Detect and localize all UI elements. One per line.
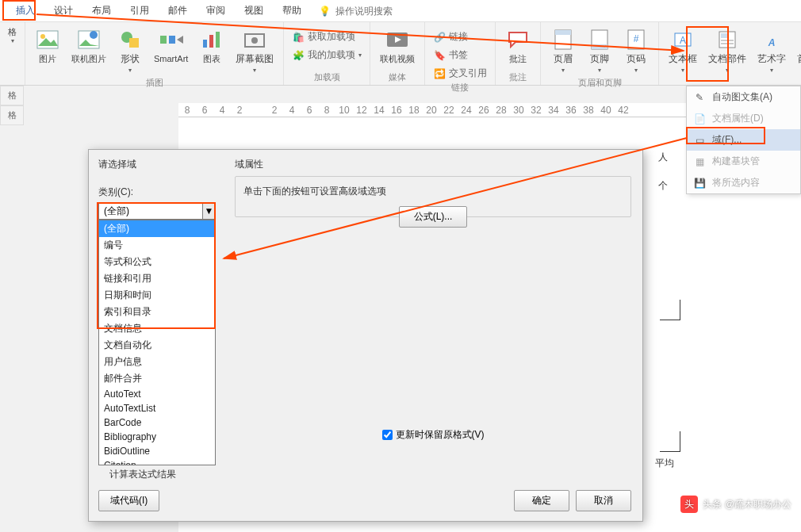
link-icon: 🔗 <box>433 31 446 44</box>
tab-design[interactable]: 设计 <box>44 0 82 22</box>
svg-rect-8 <box>203 40 207 48</box>
dialog-right-title: 域属性 <box>235 158 631 171</box>
shapes-icon <box>117 27 143 52</box>
link-button[interactable]: 🔗链接 <box>430 29 490 45</box>
tab-insert[interactable]: 插入 <box>6 0 44 22</box>
store-icon: 🛍️ <box>292 31 305 44</box>
left-cell-1[interactable]: 格 <box>0 86 24 105</box>
doc-corner-1 <box>660 300 680 320</box>
ribbon-toolbar: 格▾ 图片 联机图片 形状▾ SmartArt 图表 屏幕截图▾ 插图 🛍️获取… <box>0 22 801 86</box>
shapes-button[interactable]: 形状▾ <box>113 25 148 77</box>
dialog-left-title: 请选择域 <box>98 158 216 171</box>
category-combo[interactable]: (全部) ▼ (全部)编号等式和公式链接和引用日期和时间索引和目录文档信息文档自… <box>98 202 216 220</box>
ribbon-tabs: 插入 设计 布局 引用 邮件 审阅 视图 帮助 💡 <box>0 0 801 22</box>
tab-view[interactable]: 视图 <box>235 0 273 22</box>
online-picture-icon <box>76 27 102 52</box>
group-label-links: 链接 <box>451 82 469 95</box>
category-option[interactable]: BarCode <box>99 415 215 430</box>
category-option[interactable]: 链接和引用 <box>99 270 215 287</box>
doc-text-1: 人 <box>658 151 668 164</box>
field-codes-button[interactable]: 域代码(I) <box>98 490 159 511</box>
category-option[interactable]: 等式和公式 <box>99 254 215 270</box>
watermark-icon: 头 <box>680 496 698 513</box>
bookmark-button[interactable]: 🔖书签 <box>430 47 490 63</box>
left-cell-2[interactable]: 格 <box>0 105 24 125</box>
category-option[interactable]: BidiOutline <box>99 444 215 458</box>
pictures-button[interactable]: 图片 <box>30 25 65 66</box>
menu-field[interactable]: ▭域(F)... <box>687 129 800 151</box>
category-option[interactable]: AutoText <box>99 387 215 401</box>
get-addins-button[interactable]: 🛍️获取加载项 <box>289 29 365 45</box>
svg-text:A: A <box>680 35 686 46</box>
category-option[interactable]: 编号 <box>99 237 215 254</box>
ok-button[interactable]: 确定 <box>514 490 569 511</box>
category-option[interactable]: 邮件合并 <box>99 370 215 387</box>
category-option[interactable]: 索引和目录 <box>99 304 215 320</box>
tell-me-search[interactable]: 💡 <box>311 1 423 21</box>
svg-rect-6 <box>160 36 167 44</box>
left-column: 格 格 <box>0 86 24 125</box>
comment-button[interactable]: 批注 <box>500 25 535 66</box>
tab-help[interactable]: 帮助 <box>273 0 311 22</box>
category-option[interactable]: 日期和时间 <box>99 287 215 304</box>
svg-text:#: # <box>634 33 639 44</box>
field-dialog: 请选择域 类别(C): (全部) ▼ (全部)编号等式和公式链接和引用日期和时间… <box>88 149 643 522</box>
wordart-icon: A <box>759 27 784 52</box>
autotext-icon: ✎ <box>693 91 706 104</box>
crossref-button[interactable]: 🔁交叉引用 <box>430 65 490 82</box>
svg-rect-24 <box>721 40 734 41</box>
tab-review[interactable]: 审阅 <box>197 0 235 22</box>
category-option[interactable]: Citation <box>99 458 215 465</box>
smartart-icon <box>159 27 184 52</box>
addins-icon: 🧩 <box>292 49 305 62</box>
menu-autotext[interactable]: ✎自动图文集(A) <box>687 86 800 108</box>
chevron-down-icon[interactable]: ▼ <box>202 203 215 219</box>
category-option[interactable]: AutoTextList <box>99 401 215 415</box>
tab-reference[interactable]: 引用 <box>121 0 159 22</box>
category-list[interactable]: (全部)编号等式和公式链接和引用日期和时间索引和目录文档信息文档自动化用户信息邮… <box>98 220 216 465</box>
category-option[interactable]: Bibliography <box>99 430 215 444</box>
wordart-button[interactable]: A艺术字▾ <box>753 25 791 77</box>
category-option[interactable]: 用户信息 <box>99 354 215 370</box>
svg-rect-17 <box>592 44 607 49</box>
svg-text:A: A <box>768 37 776 48</box>
preserve-format-checkbox[interactable] <box>382 430 393 440</box>
doc-text-2: 个 <box>658 179 668 193</box>
svg-rect-7 <box>169 36 175 44</box>
cancel-button[interactable]: 取消 <box>576 490 631 511</box>
svg-point-1 <box>40 34 45 39</box>
crossref-icon: 🔁 <box>433 67 446 80</box>
smartart-button[interactable]: SmartArt <box>149 25 193 66</box>
doc-text-3: 平均 <box>655 457 674 470</box>
header-icon <box>550 27 576 52</box>
category-option[interactable]: 文档信息 <box>99 320 215 337</box>
svg-rect-15 <box>555 30 571 35</box>
tab-mail[interactable]: 邮件 <box>159 0 197 22</box>
category-option[interactable]: (全部) <box>99 220 215 237</box>
quickparts-icon <box>715 27 740 52</box>
dropcap-button[interactable]: A首字下沉▾ <box>792 25 801 77</box>
quickparts-menu: ✎自动图文集(A) 📄文档属性(D) ▭域(F)... ▦构建基块管 💾将所选内… <box>686 86 801 194</box>
online-video-button[interactable]: 联机视频 <box>375 25 420 66</box>
quickparts-button[interactable]: 文档部件▾ <box>703 25 751 77</box>
svg-rect-25 <box>721 43 734 44</box>
formula-button[interactable]: 公式(L)... <box>399 206 468 228</box>
category-option[interactable]: 文档自动化 <box>99 337 215 354</box>
textbox-button[interactable]: A文本框▾ <box>664 25 702 77</box>
comment-icon <box>505 27 531 52</box>
tab-layout[interactable]: 布局 <box>82 0 121 22</box>
online-pictures-button[interactable]: 联机图片 <box>67 25 111 66</box>
lightbulb-icon: 💡 <box>319 6 331 17</box>
bookmark-icon: 🔖 <box>433 49 446 62</box>
screenshot-button[interactable]: 屏幕截图▾ <box>231 25 278 77</box>
field-icon: ▭ <box>693 134 706 147</box>
pagenum-button[interactable]: #页码▾ <box>619 25 653 77</box>
search-input[interactable] <box>335 6 415 17</box>
menu-docprops: 📄文档属性(D) <box>687 108 800 129</box>
field-hint: 单击下面的按钮可设置高级域选项 <box>243 185 623 198</box>
my-addins-button[interactable]: 🧩我的加载项 ▾ <box>289 47 365 63</box>
chart-button[interactable]: 图表 <box>194 25 229 66</box>
header-button[interactable]: 页眉▾ <box>546 25 581 77</box>
svg-point-12 <box>251 37 258 44</box>
footer-button[interactable]: 页脚▾ <box>582 25 617 77</box>
